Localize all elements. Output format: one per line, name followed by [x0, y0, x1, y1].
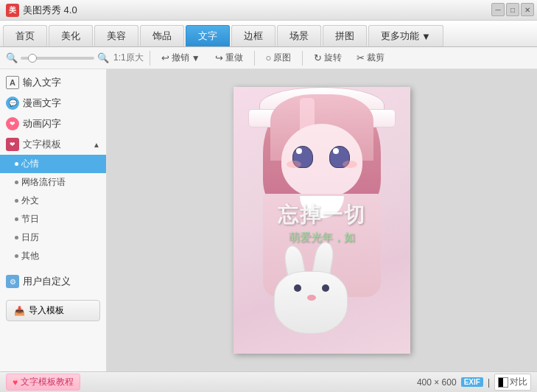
- zoom-controls: 🔍 🔍: [6, 52, 109, 63]
- sidebar-label-other: 其他: [21, 250, 39, 262]
- collapse-icon: ▲: [93, 141, 100, 149]
- sidebar-subitem-foreign[interactable]: 外文: [0, 192, 106, 210]
- toolbar-separator-3: [302, 51, 303, 66]
- status-bar: ♥ 文字模板教程 400 × 600 EXIF | 对比: [0, 371, 537, 392]
- undo-dropdown-icon[interactable]: ▼: [192, 53, 200, 63]
- template-icon: ❤: [6, 138, 19, 151]
- undo-icon: ↩: [161, 52, 169, 63]
- import-icon: 📥: [14, 306, 25, 316]
- redo-button[interactable]: ↪ 重做: [210, 49, 248, 66]
- sidebar-item-comic-text[interactable]: 💬 漫画文字: [0, 93, 106, 113]
- tab-home[interactable]: 首页: [3, 25, 47, 46]
- title-bar: 美 美图秀秀 4.0 ─ □ ✕: [0, 0, 537, 21]
- dot-icon: [15, 181, 18, 184]
- sidebar-label-internet-slang: 网络流行语: [21, 176, 66, 189]
- bunny-eye-left: [294, 284, 301, 292]
- heart-icon: ♥: [13, 377, 18, 388]
- status-left: ♥ 文字模板教程: [6, 374, 411, 391]
- compare-label: 对比: [510, 376, 527, 388]
- sidebar-section-text-template[interactable]: ❤ 文字模板 ▲: [0, 134, 106, 155]
- tutorial-button[interactable]: ♥ 文字模板教程: [6, 374, 80, 391]
- app-title: 美图秀秀 4.0: [23, 4, 77, 17]
- sidebar-label-mood: 心情: [21, 158, 39, 170]
- crop-button[interactable]: ✂ 裁剪: [351, 49, 390, 66]
- dot-icon: [15, 162, 18, 166]
- sidebar-subitem-holiday[interactable]: 节日: [0, 210, 106, 228]
- bunny-body: [274, 271, 348, 334]
- sidebar-label-input-text: 输入文字: [23, 76, 61, 89]
- toolbar-separator-1: [150, 51, 150, 66]
- status-right: 400 × 600 EXIF | 对比: [417, 374, 531, 391]
- maximize-button[interactable]: □: [506, 3, 519, 16]
- zoom-slider[interactable]: [21, 57, 94, 60]
- zoom-thumb[interactable]: [28, 54, 37, 63]
- sidebar-label-user-defined: 用户自定义: [23, 275, 71, 288]
- import-template-button[interactable]: 📥 导入模板: [6, 300, 100, 321]
- dot-icon: [15, 236, 18, 239]
- eye-shine-right: [333, 148, 339, 154]
- sidebar-label-calendar: 日历: [21, 231, 39, 244]
- dot-icon: [15, 254, 18, 258]
- close-button[interactable]: ✕: [521, 3, 534, 16]
- separator-icon: |: [488, 377, 490, 388]
- sidebar-label-animated-text: 动画闪字: [23, 117, 61, 130]
- tab-face[interactable]: 美容: [94, 25, 138, 46]
- canvas-overlay-subtext: 萌爱光年，如: [256, 231, 388, 245]
- tab-collage[interactable]: 拼图: [323, 25, 367, 46]
- tab-beauty[interactable]: 美化: [49, 25, 93, 46]
- menu-bar: 首页 美化 美容 饰品 文字 边框 场景 拼图 更多功能 ▼: [0, 21, 537, 47]
- import-template-label: 导入模板: [29, 304, 64, 317]
- compare-button[interactable]: 对比: [494, 374, 531, 391]
- redo-icon: ↪: [215, 52, 223, 63]
- zoom-out-icon[interactable]: 🔍: [6, 52, 18, 63]
- rotate-button[interactable]: ↻ 旋转: [309, 49, 347, 66]
- sidebar-label-foreign: 外文: [21, 195, 39, 207]
- dot-icon: [15, 217, 18, 221]
- rotate-icon: ↻: [314, 52, 322, 63]
- window-controls: ─ □ ✕: [491, 3, 534, 16]
- eye-shine-left: [296, 148, 302, 154]
- toolbar-separator-2: [254, 51, 255, 66]
- tab-more[interactable]: 更多功能 ▼: [368, 25, 443, 46]
- minimize-button[interactable]: ─: [491, 3, 505, 16]
- animated-icon: ❤: [6, 117, 19, 130]
- tab-scene[interactable]: 场景: [277, 25, 321, 46]
- sidebar-item-user-defined[interactable]: ⚙ 用户自定义: [0, 271, 106, 292]
- chevron-down-icon: ▼: [421, 31, 431, 42]
- tab-text[interactable]: 文字: [186, 25, 230, 46]
- sidebar-item-input-text[interactable]: A 输入文字: [0, 72, 106, 93]
- tab-accessory[interactable]: 饰品: [140, 25, 184, 46]
- crop-icon: ✂: [357, 52, 365, 63]
- canvas-area: 忘掉一切 萌爱光年，如: [107, 69, 537, 371]
- original-icon: ○: [266, 52, 272, 63]
- bunny-eye-right: [322, 284, 329, 292]
- tutorial-label: 文字模板教程: [21, 376, 74, 388]
- user-defined-icon: ⚙: [6, 275, 19, 288]
- sidebar: A 输入文字 💬 漫画文字 ❤ 动画闪字 ❤ 文字模板 ▲ 心情 网络流行语: [0, 69, 107, 371]
- sidebar-subitem-calendar[interactable]: 日历: [0, 228, 106, 247]
- image-dimensions: 400 × 600: [417, 377, 457, 388]
- tab-frame[interactable]: 边框: [231, 25, 275, 46]
- main-content: A 输入文字 💬 漫画文字 ❤ 动画闪字 ❤ 文字模板 ▲ 心情 网络流行语: [0, 69, 537, 371]
- original-size-label[interactable]: 1:1原大: [113, 52, 144, 64]
- sidebar-subitem-internet-slang[interactable]: 网络流行语: [0, 173, 106, 192]
- undo-button[interactable]: ↩ 撤销 ▼: [156, 49, 206, 66]
- sidebar-item-animated-text[interactable]: ❤ 动画闪字: [0, 113, 106, 134]
- sidebar-subitem-other[interactable]: 其他: [0, 247, 106, 265]
- zoom-in-icon[interactable]: 🔍: [97, 52, 109, 63]
- contrast-icon: [498, 377, 508, 388]
- sidebar-subitem-mood[interactable]: 心情: [0, 155, 106, 173]
- sidebar-label-holiday: 节日: [21, 213, 39, 225]
- sidebar-label-text-template: 文字模板: [23, 138, 61, 151]
- image-canvas[interactable]: 忘掉一切 萌爱光年，如: [234, 87, 410, 354]
- dot-icon: [15, 199, 18, 203]
- comic-icon: 💬: [6, 97, 19, 110]
- toolbar: 🔍 🔍 1:1原大 ↩ 撤销 ▼ ↪ 重做 ○ 原图 ↻ 旋转 ✂ 裁剪: [0, 47, 537, 69]
- anime-cheek-right: [343, 161, 357, 168]
- original-button[interactable]: ○ 原图: [261, 49, 297, 66]
- app-logo: 美: [6, 4, 19, 17]
- canvas-overlay-text: 忘掉一切: [237, 201, 407, 229]
- sidebar-label-comic-text: 漫画文字: [23, 97, 61, 110]
- exif-badge[interactable]: EXIF: [461, 377, 483, 387]
- bunny-nose: [307, 295, 316, 301]
